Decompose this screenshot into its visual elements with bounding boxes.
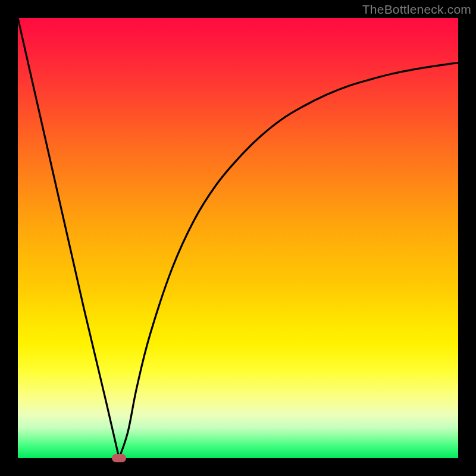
plot-area <box>18 18 458 458</box>
optimal-marker <box>112 454 126 462</box>
curve-svg <box>18 18 458 458</box>
chart-container: TheBottleneck.com <box>0 0 476 476</box>
bottleneck-curve-path <box>18 18 458 458</box>
attribution-text: TheBottleneck.com <box>362 2 471 17</box>
